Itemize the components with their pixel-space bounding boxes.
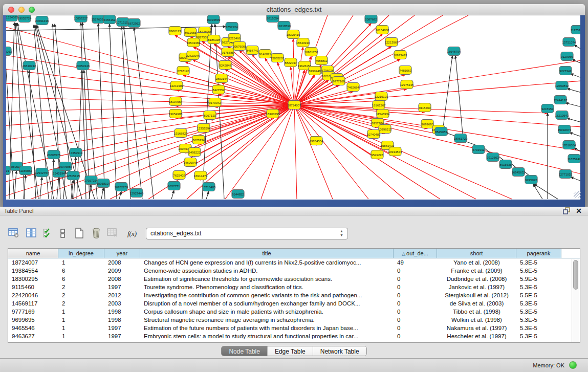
graph-node[interactable]: 9242848	[219, 61, 231, 70]
graph-node[interactable]: 7485063	[399, 66, 411, 75]
graph-node[interactable]: 16782759	[115, 183, 128, 191]
cell-year[interactable]: 2008	[104, 275, 140, 283]
graph-node[interactable]: 20676068	[233, 42, 247, 51]
graph-node[interactable]: 22420046	[186, 51, 200, 60]
graph-node[interactable]: 15751074	[562, 38, 576, 47]
citation-network-graph[interactable]: 18724007 8960123 8912955 18226058 982750…	[6, 15, 580, 200]
column-header-title[interactable]: title	[140, 249, 394, 258]
cell-title[interactable]: Genome-wide association studies in ADHD.	[140, 267, 394, 275]
graph-node[interactable]: 8267130	[204, 111, 216, 120]
graph-node[interactable]: 8915635	[499, 160, 512, 169]
graph-node[interactable]: 9170042	[209, 98, 221, 107]
graph-node[interactable]: 18107554	[169, 97, 183, 106]
graph-node[interactable]: 9129966	[561, 52, 573, 61]
graph-node[interactable]: 8454749	[246, 46, 258, 55]
cell-name[interactable]: 14569117	[8, 299, 58, 308]
cell-short[interactable]: Franke et al. (2009)	[437, 267, 516, 275]
cell-in_degree[interactable]: 1	[58, 308, 104, 316]
cell-pagerank[interactable]: 5.3E-5	[516, 308, 561, 316]
graph-node[interactable]: 18724007	[288, 101, 301, 110]
graph-node[interactable]: 8678334	[192, 136, 205, 144]
table-row[interactable]: 911546021997Tourette syndrome. Phenomeno…	[8, 283, 580, 291]
cell-pagerank[interactable]: 5.6E-5	[516, 267, 561, 275]
graph-node[interactable]: 18961723	[454, 134, 468, 143]
cell-pagerank[interactable]: 5.3E-5	[516, 324, 561, 332]
table-row[interactable]: 1872400712008Changes of HCN gene express…	[8, 258, 580, 267]
graph-node[interactable]: 9498222	[188, 148, 201, 157]
column-header-out_de[interactable]: △out_de...	[394, 249, 437, 258]
cell-out_de[interactable]: 0	[394, 316, 437, 324]
graph-node[interactable]: 8186328	[208, 35, 220, 44]
cell-title[interactable]: Estimation of the future numbers of pati…	[140, 324, 394, 332]
graph-node[interactable]: 8545083	[435, 127, 447, 136]
graph-node[interactable]: 9244852	[232, 190, 244, 199]
cell-year[interactable]: 1997	[104, 324, 140, 332]
cell-name[interactable]: 9463627	[8, 332, 58, 340]
network-select-dropdown[interactable]: citations_edges.txt ▲▼	[146, 228, 348, 239]
column-header-in_degree[interactable]: in_degree	[58, 249, 104, 258]
graph-node[interactable]: 18325419	[287, 30, 300, 39]
cell-name[interactable]: 9465546	[8, 324, 58, 332]
graph-node[interactable]: 12975135	[400, 80, 414, 89]
cell-in_degree[interactable]: 1	[58, 324, 104, 332]
cell-short[interactable]: Wolkin et al. (1998)	[437, 316, 516, 324]
cell-title[interactable]: Investigating the contribution of common…	[140, 291, 394, 299]
graph-node[interactable]: 8960123	[169, 27, 181, 35]
graph-node[interactable]: 10853227	[74, 15, 88, 23]
table-mode-button[interactable]	[7, 227, 20, 240]
cell-short[interactable]: Hescheler et al. (1997)	[437, 332, 516, 340]
graph-node[interactable]: 12942757	[35, 168, 49, 177]
cell-year[interactable]: 1997	[104, 332, 140, 340]
graph-node[interactable]: 12213967	[385, 38, 399, 47]
graph-node[interactable]: 11175103	[571, 26, 580, 34]
cell-in_degree[interactable]: 2	[58, 299, 104, 308]
graph-node[interactable]: 20053346	[76, 61, 90, 70]
cell-in_degree[interactable]: 1	[58, 316, 104, 324]
cell-name[interactable]: 19384554	[8, 267, 58, 275]
graph-node[interactable]: 15885205	[271, 54, 285, 62]
create-column-button[interactable]	[73, 227, 86, 240]
cell-out_de[interactable]: 0	[394, 332, 437, 340]
table-row[interactable]: 2242004622012Investigating the contribut…	[8, 291, 580, 299]
graph-node[interactable]: 20206576	[47, 150, 61, 159]
graph-node[interactable]: 12216103	[375, 92, 388, 101]
table-row[interactable]: 977716911998Corpus callosum shape and si…	[8, 308, 580, 316]
cell-out_de[interactable]: 0	[394, 283, 437, 291]
resize-grip-icon[interactable]	[574, 191, 581, 199]
cell-short[interactable]: Nakamura et al. (1997)	[437, 324, 516, 332]
graph-node[interactable]: 7857224	[226, 23, 238, 31]
cell-in_degree[interactable]: 6	[58, 267, 104, 275]
graph-node[interactable]: 16210643	[555, 111, 569, 120]
graph-node[interactable]: 9777169	[333, 77, 345, 85]
graph-node[interactable]: 9227343	[559, 67, 572, 75]
graph-node[interactable]: 10958107	[97, 179, 111, 188]
graph-node[interactable]: 9215953	[541, 104, 554, 113]
rows-view-button[interactable]	[56, 227, 70, 240]
graph-node[interactable]: 16154808	[376, 26, 389, 34]
cell-name[interactable]: 22420046	[8, 291, 58, 299]
table-row[interactable]: 1456911722003Disruption of a novel membe…	[8, 299, 580, 308]
cell-pagerank[interactable]: 5.3E-5	[516, 316, 561, 324]
column-header-short[interactable]: short	[437, 249, 516, 258]
scrollbar-thumb[interactable]	[573, 260, 578, 290]
graph-node[interactable]: 16961758	[304, 48, 318, 56]
graph-node[interactable]: 8912955	[184, 28, 197, 37]
graph-node[interactable]: 12771052	[559, 170, 573, 179]
graph-node[interactable]: 7955812	[315, 56, 328, 65]
table-row[interactable]: 946362711997Embryonic stem cells: a mode…	[8, 332, 580, 340]
graph-node[interactable]: 8427552	[212, 85, 225, 94]
graph-node[interactable]: 19218596	[277, 21, 291, 30]
cell-year[interactable]: 2012	[104, 291, 140, 299]
graph-node[interactable]: 12213389	[170, 81, 184, 90]
graph-node[interactable]: 12505135	[67, 171, 80, 180]
graph-node[interactable]: 19384554	[310, 137, 323, 145]
cell-short[interactable]: Tibbo et al. (1998)	[437, 308, 516, 316]
graph-node[interactable]: 17359919	[69, 148, 83, 157]
cell-out_de[interactable]: 49	[394, 258, 437, 267]
cell-name[interactable]: 9115460	[8, 283, 58, 291]
graph-node[interactable]: 9146821	[259, 50, 271, 58]
show-columns-button[interactable]	[25, 227, 38, 240]
window-titlebar[interactable]: citations_edges.txt	[3, 4, 585, 15]
graph-node[interactable]: 19055724	[18, 15, 32, 23]
table-row[interactable]: 946554611997Estimation of the future num…	[8, 324, 580, 332]
